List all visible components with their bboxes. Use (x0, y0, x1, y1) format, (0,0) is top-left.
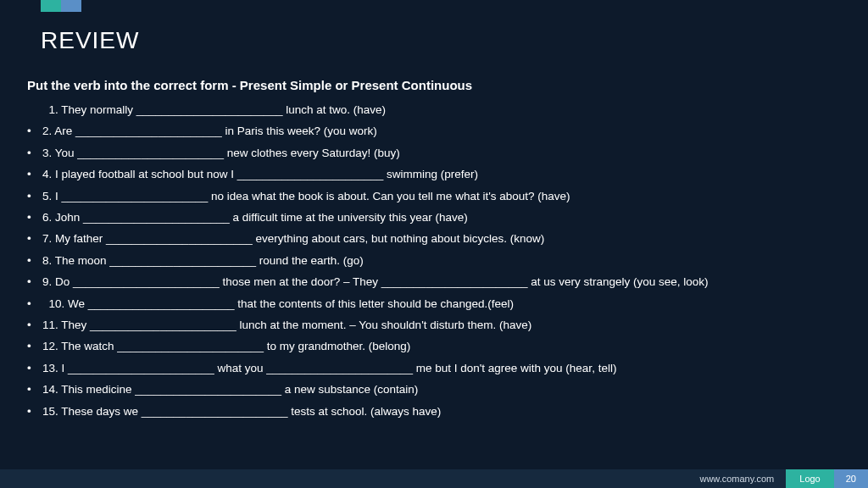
question-text: 5. I _______________________ no idea wha… (42, 189, 570, 204)
question-text: 1. They normally _______________________… (42, 103, 386, 118)
bullet-icon: • (27, 297, 42, 312)
question-row: •14. This medicine _____________________… (27, 382, 841, 397)
question-text: 3. You _______________________ new cloth… (42, 146, 400, 161)
bullet-icon: • (27, 167, 42, 182)
question-text: 7. My father _______________________ eve… (42, 231, 544, 247)
bullet-icon: • (27, 189, 42, 204)
question-text: 11. They _______________________ lunch a… (42, 318, 531, 333)
bullet-icon: • (27, 318, 42, 333)
question-text: 2. Are _______________________ in Paris … (42, 124, 377, 139)
bullet-icon: • (27, 274, 42, 290)
page-title: REVIEW (41, 27, 139, 54)
bullet-icon: • (27, 210, 42, 225)
bullet-icon: • (27, 361, 42, 376)
bullet-icon: • (27, 253, 42, 269)
bullet-icon: • (27, 382, 42, 397)
question-text: 10. We _______________________ that the … (42, 297, 514, 312)
question-row: •3. You _______________________ new clot… (27, 146, 841, 161)
question-row: •15. These days we _____________________… (27, 404, 841, 419)
accent-block-teal (41, 0, 61, 12)
footer-logo: Logo (786, 469, 833, 488)
question-row: •9. Do _______________________ those men… (27, 274, 841, 290)
accent-block-blue (61, 0, 81, 12)
footer: www.comany.com Logo 20 (0, 469, 868, 488)
question-text: 13. I _______________________ what you _… (42, 361, 616, 376)
bullet-icon: • (27, 339, 42, 354)
bullet-icon: • (27, 124, 42, 139)
bullet-icon: • (27, 231, 42, 247)
question-row: •13. I _______________________ what you … (27, 361, 841, 376)
question-text: 14. This medicine ______________________… (42, 382, 418, 397)
question-row: •7. My father _______________________ ev… (27, 231, 841, 247)
footer-url: www.comany.com (687, 469, 786, 488)
question-text: 9. Do _______________________ those men … (42, 274, 709, 290)
footer-page-number: 20 (834, 469, 868, 488)
question-row: •4. I played football at school but now … (27, 167, 841, 182)
question-row: •5. I _______________________ no idea wh… (27, 189, 841, 204)
instruction-text: Put the verb into the correct form - Pre… (27, 78, 841, 92)
question-list: • 1. They normally _____________________… (27, 103, 841, 419)
question-row: •2. Are _______________________ in Paris… (27, 124, 841, 139)
content-area: Put the verb into the correct form - Pre… (27, 78, 841, 425)
question-text: 4. I played football at school but now I… (42, 167, 478, 182)
bullet-icon: • (27, 404, 42, 419)
question-row: •8. The moon _______________________ rou… (27, 253, 841, 269)
question-row: • 1. They normally _____________________… (27, 103, 841, 118)
question-text: 15. These days we ______________________… (42, 404, 441, 419)
question-row: •11. They _______________________ lunch … (27, 318, 841, 333)
bullet-icon: • (27, 146, 42, 161)
question-text: 6. John _______________________ a diffic… (42, 210, 468, 225)
question-text: 8. The moon _______________________ roun… (42, 253, 364, 269)
question-text: 12. The watch _______________________ to… (42, 339, 410, 354)
question-row: • 10. We _______________________ that th… (27, 297, 841, 312)
question-row: •12. The watch _______________________ t… (27, 339, 841, 354)
question-row: •6. John _______________________ a diffi… (27, 210, 841, 225)
accent-blocks (41, 0, 81, 12)
